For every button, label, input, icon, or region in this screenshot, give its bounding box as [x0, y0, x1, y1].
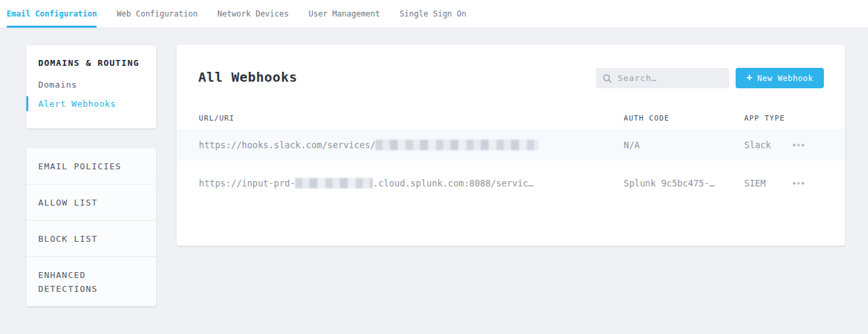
webhook-app-type: Slack — [744, 140, 771, 150]
webhook-url: https://input-prd-.cloud.splunk.com:8088… — [199, 178, 533, 188]
sidebar-sections-card: EMAIL POLICIES ALLOW LIST BLOCK LIST ENH… — [26, 148, 156, 306]
webhook-url-text: https://hooks.slack.com/services/ — [199, 140, 375, 150]
search-icon — [603, 74, 612, 83]
redacted-url-segment — [295, 178, 373, 188]
sidebar-item-domains[interactable]: Domains — [26, 76, 156, 93]
plus-icon: + — [746, 73, 753, 83]
ellipsis-icon — [798, 182, 800, 184]
sidebar-item-enhanced-detections[interactable]: ENHANCED DETECTIONS — [26, 256, 156, 306]
tab-network-devices[interactable]: Network Devices — [217, 0, 288, 28]
webhooks-panel: All Webhooks + New Webhook URL/URI AUTH … — [176, 45, 845, 246]
sidebar-item-alert-webhooks[interactable]: Alert Webhooks — [26, 96, 156, 112]
webhook-search — [596, 68, 729, 88]
top-navigation: Email Configuration Web Configuration Ne… — [0, 0, 868, 28]
row-actions-menu[interactable] — [790, 140, 807, 150]
page-title: All Webhooks — [198, 69, 298, 85]
ellipsis-icon — [793, 182, 796, 184]
ellipsis-icon — [793, 144, 796, 146]
new-webhook-button[interactable]: + New Webhook — [736, 68, 824, 88]
ellipsis-icon — [798, 144, 800, 146]
webhook-app-type: SIEM — [744, 178, 766, 188]
webhook-auth-code: Splunk 9c5bc475-… — [624, 178, 715, 188]
ellipsis-icon — [801, 182, 804, 184]
tab-email-configuration[interactable]: Email Configuration — [7, 0, 97, 28]
redacted-url-segment — [375, 140, 539, 150]
ellipsis-icon — [801, 144, 804, 146]
new-webhook-label: New Webhook — [757, 74, 813, 83]
column-header-app-type: APP TYPE — [744, 114, 785, 123]
sidebar-item-allow-list[interactable]: ALLOW LIST — [26, 184, 156, 220]
table-row: https://input-prd-.cloud.splunk.com:8088… — [176, 161, 845, 206]
table-header: URL/URI AUTH CODE APP TYPE — [176, 114, 845, 129]
webhook-url: https://hooks.slack.com/services/ — [199, 140, 539, 150]
column-header-auth-code: AUTH CODE — [624, 114, 670, 123]
tab-web-configuration[interactable]: Web Configuration — [117, 0, 198, 28]
webhook-url-text: .cloud.splunk.com:8088/servic… — [373, 178, 533, 188]
column-header-url: URL/URI — [199, 114, 234, 123]
domains-routing-card: DOMAINS & ROUTING Domains Alert Webhooks — [26, 45, 156, 128]
domains-routing-title: DOMAINS & ROUTING — [26, 58, 156, 68]
search-input[interactable] — [618, 73, 728, 83]
webhook-url-text: https://input-prd- — [199, 178, 295, 188]
sidebar-item-email-policies[interactable]: EMAIL POLICIES — [26, 148, 156, 184]
row-actions-menu[interactable] — [790, 178, 807, 188]
sidebar-item-block-list[interactable]: BLOCK LIST — [26, 220, 156, 256]
tab-user-management[interactable]: User Management — [308, 0, 379, 28]
tab-single-sign-on[interactable]: Single Sign On — [400, 0, 466, 28]
webhook-auth-code: N/A — [624, 140, 639, 150]
table-row: https://hooks.slack.com/services/ N/A Sl… — [176, 129, 845, 161]
